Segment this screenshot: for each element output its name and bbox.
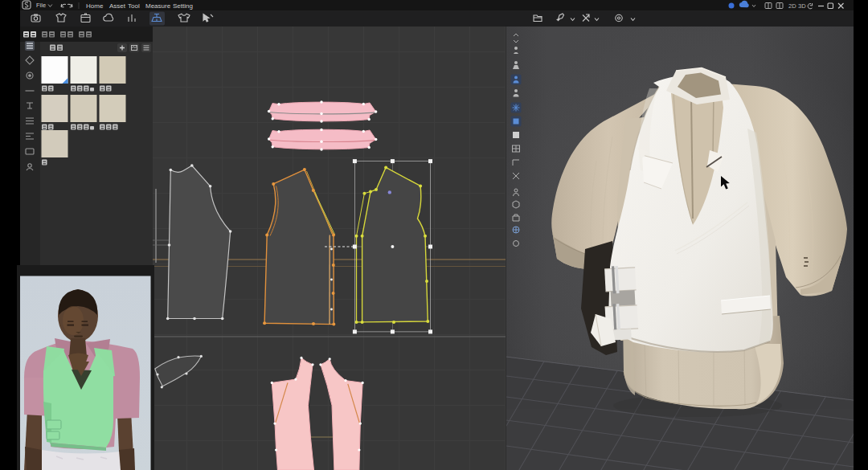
svg-text:Measure: Measure [145,2,171,10]
svg-text:3D: 3D [798,2,806,10]
svg-text:2D: 2D [788,2,796,10]
svg-text:Home: Home [86,2,104,10]
svg-text:Asset: Asset [109,2,126,10]
svg-text:Setting: Setting [173,2,193,10]
svg-text:File: File [36,2,46,9]
svg-text:Tool: Tool [128,2,140,10]
